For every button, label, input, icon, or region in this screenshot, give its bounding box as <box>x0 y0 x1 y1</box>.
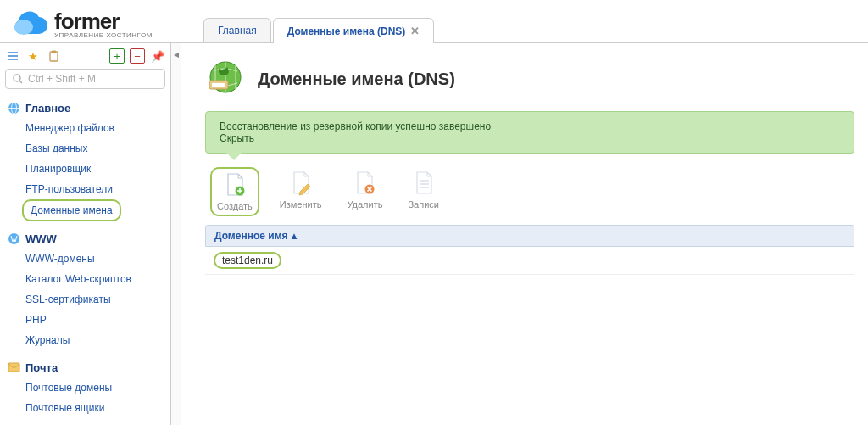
sidebar-gutter[interactable]: ◂ <box>171 43 181 425</box>
action-bar: Создать Изменить Удалить Записи <box>205 154 854 225</box>
sidebar-item-filemanager[interactable]: Менеджер файлов <box>7 118 164 138</box>
sidebar-item-logs[interactable]: Журналы <box>7 330 164 350</box>
list-icon[interactable] <box>5 48 20 64</box>
globe-icon <box>7 232 20 245</box>
page-title: Доменные имена (DNS) <box>258 70 455 89</box>
doc-list-icon <box>412 171 436 196</box>
star-icon[interactable]: ★ <box>25 48 41 64</box>
minus-icon[interactable]: − <box>130 48 145 64</box>
pin-icon[interactable]: 📌 <box>150 48 165 64</box>
mail-icon <box>7 361 20 374</box>
close-icon[interactable]: ✕ <box>410 25 420 37</box>
doc-edit-icon <box>289 171 313 196</box>
svg-line-7 <box>19 81 22 83</box>
plus-icon[interactable]: + <box>109 48 125 64</box>
main-content: Доменные имена (DNS) Восстановление из р… <box>181 43 868 425</box>
sidebar-toolbar: ★ + − 📌 <box>0 43 170 67</box>
clipboard-icon[interactable] <box>46 48 61 64</box>
action-edit[interactable]: Изменить <box>275 167 327 216</box>
cell-domain: test1den.ru <box>214 252 281 269</box>
doc-delete-icon <box>353 171 376 196</box>
svg-rect-3 <box>8 59 18 60</box>
sidebar-group-www[interactable]: WWW <box>7 232 164 245</box>
notice-dismiss-link[interactable]: Скрыть <box>220 132 254 144</box>
svg-rect-4 <box>50 52 58 61</box>
sidebar: ★ + − 📌 Главное Менеджер файлов Базы дан… <box>0 43 171 425</box>
chevron-left-icon[interactable]: ◂ <box>171 47 181 62</box>
svg-rect-1 <box>8 52 18 53</box>
sidebar-item-wwwdomains[interactable]: WWW-домены <box>7 249 164 269</box>
sidebar-item-webscripts[interactable]: Каталог Web-скриптов <box>7 269 164 289</box>
sort-asc-icon: ▴ <box>292 230 297 242</box>
success-notice: Восстановление из резервной копии успешн… <box>205 111 854 154</box>
sidebar-item-php[interactable]: PHP <box>7 310 164 330</box>
column-header-domain[interactable]: Доменное имя ▴ <box>205 225 854 247</box>
svg-rect-16 <box>212 83 225 87</box>
globe-icon <box>7 101 20 115</box>
app-header: former УПРАВЛЕНИЕ ХОСТИНГОМ Главная Доме… <box>0 0 868 42</box>
svg-rect-5 <box>52 51 56 53</box>
table-row[interactable]: test1den.ru <box>205 247 854 275</box>
sidebar-search[interactable] <box>5 69 165 89</box>
sidebar-group-main[interactable]: Главное <box>7 101 164 115</box>
svg-point-0 <box>14 20 33 35</box>
search-input[interactable] <box>28 73 159 85</box>
tab-dns[interactable]: Доменные имена (DNS) ✕ <box>273 18 435 43</box>
action-create[interactable]: Создать <box>210 167 259 216</box>
cloud-icon <box>8 10 49 37</box>
svg-rect-12 <box>8 363 19 372</box>
svg-rect-2 <box>8 55 18 57</box>
notice-text: Восстановление из резервной копии успешн… <box>220 120 840 132</box>
doc-plus-icon <box>223 172 247 198</box>
page-globe-icon <box>205 59 246 99</box>
sidebar-item-scheduler[interactable]: Планировщик <box>7 159 164 179</box>
sidebar-item-mailboxes[interactable]: Почтовые ящики <box>7 398 164 418</box>
action-records[interactable]: Записи <box>403 167 444 216</box>
sidebar-item-dns[interactable]: Доменные имена <box>22 199 121 221</box>
tab-bar: Главная Доменные имена (DNS) ✕ <box>203 0 436 42</box>
svg-point-6 <box>14 75 20 81</box>
brand-logo: former УПРАВЛЕНИЕ ХОСТИНГОМ <box>8 8 186 42</box>
sidebar-item-maildomains[interactable]: Почтовые домены <box>7 377 164 398</box>
sidebar-item-ftp[interactable]: FTP-пользователи <box>7 179 164 199</box>
sidebar-group-mail[interactable]: Почта <box>7 361 164 374</box>
tab-home[interactable]: Главная <box>203 18 271 42</box>
action-delete[interactable]: Удалить <box>342 167 387 216</box>
brand-tagline: УПРАВЛЕНИЕ ХОСТИНГОМ <box>54 31 153 39</box>
sidebar-item-databases[interactable]: Базы данных <box>7 138 164 159</box>
search-icon <box>11 72 25 86</box>
sidebar-item-ssl[interactable]: SSL-сертификаты <box>7 289 164 310</box>
